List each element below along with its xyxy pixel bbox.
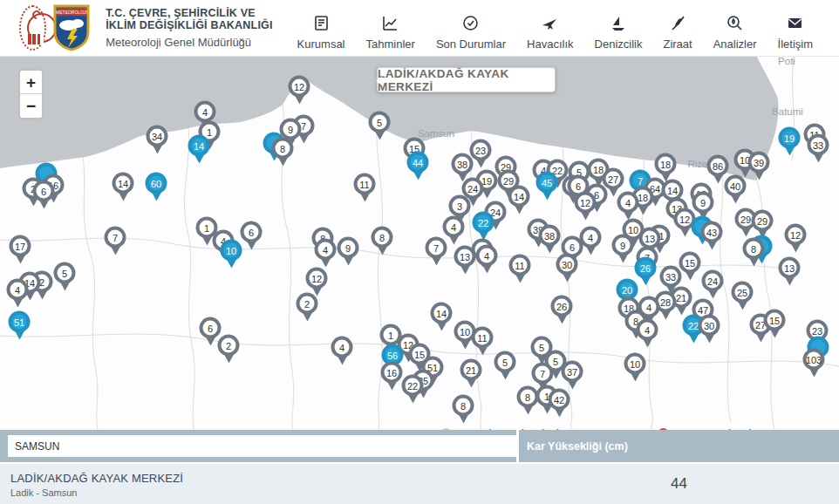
nav-item-kurumsal[interactable]: Kurumsal [287,5,356,51]
station-marker[interactable]: 2 [218,335,240,357]
analysis-icon [726,14,744,32]
nav-item-analizler[interactable]: Analizler [703,5,767,51]
station-marker[interactable]: 4 [315,239,337,261]
station-marker[interactable]: 23 [470,140,492,161]
station-marker[interactable]: 5 [369,112,391,133]
nav-item-havac-l-k[interactable]: Havacılık [516,5,583,51]
station-marker[interactable]: 86 [707,155,729,177]
station-marker[interactable]: 38 [452,153,474,175]
station-marker[interactable]: 30 [556,254,578,276]
station-marker[interactable]: 27 [603,168,624,190]
station-marker[interactable]: 4 [476,245,498,267]
value-column-header: Kar Yüksekliği (cm) [527,430,628,462]
station-marker[interactable]: 2 [297,293,318,315]
ski-center-marker[interactable]: 60 [146,173,167,194]
station-marker[interactable]: 8 [743,238,765,260]
station-marker[interactable]: 40 [725,175,747,197]
ski-center-marker[interactable]: 26 [635,257,657,279]
station-marker[interactable]: 9 [338,237,359,259]
institution-title: Meteoroloji Genel Müdürlüğü [106,36,286,49]
nav-item-tahminler[interactable]: Tahminler [356,5,426,51]
station-marker[interactable]: 34 [147,126,168,147]
station-marker[interactable]: 15 [679,252,701,274]
ski-center-marker[interactable]: 14 [188,135,210,157]
station-marker[interactable]: 30 [699,315,720,337]
ski-center-marker[interactable]: 51 [9,311,31,333]
station-marker[interactable]: 8 [453,395,474,417]
station-marker[interactable]: 14 [508,186,530,208]
station-marker[interactable]: 7 [105,227,126,249]
station-marker[interactable]: 4 [7,279,29,301]
station-marker[interactable]: 103 [803,349,825,371]
station-marker[interactable]: 4 [637,319,658,341]
news-icon [312,14,331,32]
station-marker[interactable]: 39 [748,152,770,174]
ski-center-marker[interactable]: 10 [221,240,242,262]
station-marker[interactable]: 4 [580,227,602,249]
zoom-in-button[interactable]: + [20,71,42,94]
ski-center-marker[interactable]: 19 [779,127,801,149]
nav-item-i-leti-im[interactable]: İletişim [767,5,823,51]
station-marker[interactable]: 6 [200,317,222,339]
station-marker[interactable]: 15 [764,310,786,331]
column-divider [516,430,519,462]
station-marker[interactable]: 14 [113,173,134,194]
station-marker[interactable]: 29 [752,210,774,232]
station-marker[interactable]: 42 [549,389,570,411]
station-marker[interactable]: 24 [702,270,724,292]
station-marker[interactable]: 18 [655,153,677,175]
station-marker[interactable]: 13 [779,257,801,279]
station-marker[interactable]: 21 [460,359,482,381]
station-marker[interactable]: 38 [539,225,561,247]
nav-label: Son Durumlar [436,37,506,51]
ski-center-marker[interactable]: 44 [407,152,429,174]
station-marker[interactable]: 9 [692,192,714,214]
station-marker[interactable]: 12 [289,76,310,98]
station-marker[interactable]: 6 [33,180,55,202]
ski-center-marker[interactable]: 45 [536,172,558,194]
station-marker[interactable]: 33 [660,266,682,288]
nav-label: Denizcilik [595,37,643,51]
nav-item-denizcilik[interactable]: Denizcilik [584,5,653,51]
station-marker[interactable]: 16 [381,362,403,384]
station-marker[interactable]: 5 [495,351,516,373]
station-marker[interactable]: 3 [449,195,471,217]
station-marker[interactable]: 12 [575,192,597,214]
station-marker[interactable]: 4 [331,337,353,358]
nav-item-ziraat[interactable]: Ziraat [652,5,702,51]
ski-center-marker[interactable]: 22 [473,212,495,234]
sailboat-icon [610,14,628,32]
station-marker[interactable]: 11 [472,327,494,349]
snow-depth-map[interactable]: SamsunRizeBatumiPoti 1243411479821661460… [0,57,839,430]
station-marker[interactable]: 9 [612,235,634,256]
search-input[interactable] [8,435,516,457]
station-marker[interactable]: 4 [443,216,465,238]
station-marker[interactable]: 7 [426,237,447,259]
station-marker[interactable]: 37 [562,361,583,383]
station-marker[interactable]: 4 [617,192,639,214]
station-marker[interactable]: 6 [241,221,263,243]
station-marker[interactable]: 5 [54,262,76,284]
station-marker[interactable]: 14 [431,303,453,324]
station-marker[interactable]: 26 [551,296,573,317]
station-marker[interactable]: 22 [402,375,424,397]
station-marker[interactable]: 8 [372,227,393,249]
station-marker[interactable]: 8 [272,138,294,160]
nav-label: Ziraat [663,37,692,51]
station-marker[interactable]: 7 [532,363,554,385]
station-marker[interactable]: 13 [639,228,661,249]
station-marker[interactable]: 12 [785,224,807,246]
result-row[interactable]: LADİK/AKDAĞ KAYAK MERKEZİLadik - Samsun4… [0,464,839,504]
station-marker[interactable]: 10 [624,353,646,375]
nav-item-son-durumlar[interactable]: Son Durumlar [426,5,516,51]
station-marker[interactable]: 25 [732,282,754,303]
station-marker[interactable]: 4 [194,101,216,123]
station-marker[interactable]: 11 [509,255,531,276]
station-marker[interactable]: 43 [701,221,723,243]
station-marker[interactable]: 17 [10,235,31,257]
station-marker[interactable]: 13 [454,246,476,268]
city-label-poti: Poti [778,57,795,66]
zoom-out-button[interactable]: − [20,94,42,118]
station-marker[interactable]: 33 [808,134,829,156]
station-marker[interactable]: 11 [354,174,376,195]
